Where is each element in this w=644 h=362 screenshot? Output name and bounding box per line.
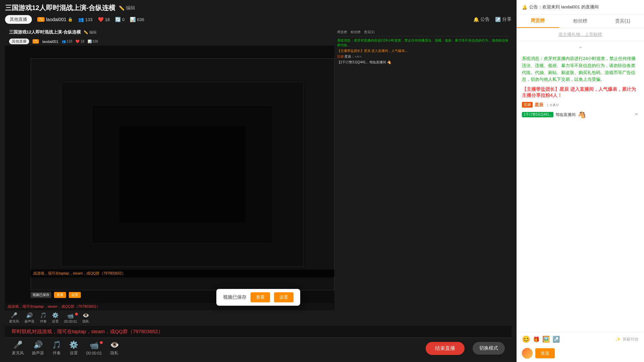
outer-ticker-text: 即时联机对战游戏，现可在taptap，steam，或QQ群（797803652）	[12, 328, 163, 334]
inner-fan-msg: 【主播带盐团长】星辰 进入直播间，人气爆表...	[337, 49, 509, 53]
inner-user-msg: 苏媚 星辰：○∧○	[337, 54, 509, 59]
inner-meta-likes: ❤️ 18	[75, 40, 84, 43]
nested-stream-level2	[61, 82, 304, 266]
collapse-button[interactable]: ⌄	[517, 41, 644, 51]
inner-stream-title: 三国游戏12人即时混战上演-合纵连横	[9, 29, 81, 35]
mic-button[interactable]: 🎤 麦克风	[12, 341, 24, 356]
announcement-icon: 🔔	[473, 17, 479, 22]
gift-text[interactable]: 送主播礼物，上贡献榜	[558, 32, 602, 38]
likes-value: 18	[105, 17, 110, 22]
nested-stream-level1	[31, 58, 334, 290]
save-popup-view-button[interactable]: 查看	[251, 292, 270, 302]
inner-record-label: 00:00:01	[64, 320, 77, 323]
right-sidebar: 🔔 公告：欢迎来到 laodai001 的直播间 周贡榜 粉丝榜 贵宾(1) 送…	[517, 0, 644, 362]
views-count: 📊 636	[130, 17, 144, 22]
avatar	[522, 348, 533, 359]
user-name-1: 星辰	[535, 102, 543, 108]
privacy-button[interactable]: 👁️ 隐私	[110, 341, 119, 356]
sidebar-bottom-row: 发送	[517, 346, 644, 362]
emoji-button[interactable]: 😊	[522, 335, 530, 343]
record-label: 00:00:01	[86, 351, 102, 356]
gift-message-1: 1千订赞3元Q441... 驾临直播间 🐴 ⚑	[522, 111, 639, 119]
inner-record-btn[interactable]: 📹 00:00:01	[64, 313, 77, 323]
title-bar: 三国游戏12人即时混战上演-合纵连横 ✏️ 编辑	[5, 3, 512, 12]
inner-privacy-btn[interactable]: 👁️ 隐私	[83, 312, 89, 324]
inner-speaker-btn[interactable]: 🔊 扬声器	[24, 312, 35, 324]
edit-button[interactable]: ✏️ 编辑	[119, 5, 135, 11]
system-message: 系统消息：虎牙对直播内容进行24小时巡查，禁止任何传播违法、违规、低俗、暴力等不…	[522, 55, 639, 83]
inner-stream: 三国游戏12人即时混战上演-合纵连横 ✏️ 编辑 其他直播 71 laodai0…	[5, 27, 512, 326]
switch-mode-button[interactable]: 切换模式	[473, 342, 505, 355]
edit-icon: ✏️	[119, 5, 124, 11]
inner-tab-fans[interactable]: 粉丝榜	[351, 30, 361, 35]
avatar-image	[522, 348, 533, 359]
inner-anchor-badge: 71	[33, 39, 39, 44]
inner-anchor-name: laodai001	[42, 40, 58, 44]
inner-speaker-icon: 🔊	[26, 312, 33, 318]
settings-button[interactable]: ⚙️ 设置	[69, 341, 78, 356]
inner-tab-guests[interactable]: 贵宾(1)	[364, 30, 375, 35]
gift-button[interactable]: 🎁	[533, 336, 540, 343]
music-icon: 🎵	[52, 341, 61, 349]
report-icon[interactable]: ⚑	[634, 112, 639, 117]
edit-label: 编辑	[126, 5, 135, 11]
horse-icon: 🐴	[578, 111, 586, 119]
tab-fans[interactable]: 粉丝榜	[559, 14, 602, 28]
send-button[interactable]: 发送	[535, 348, 555, 358]
gift-action-1: 驾临直播间	[555, 112, 576, 118]
speaker-button[interactable]: 🔊 扬声器	[32, 341, 44, 356]
inner-chat-tabs: 周贡榜 粉丝榜 贵宾(1)	[337, 30, 509, 36]
inner-body: 战游戏，现可在taptap，steam，或QQ群（797803652） 视频已保…	[5, 46, 512, 303]
outer-bottom-ticker: 即时联机对战游戏，现可在taptap，steam，或QQ群（797803652）	[5, 326, 512, 338]
sidebar-share-button[interactable]: ↗️	[552, 336, 560, 343]
tab-weekly[interactable]: 周贡榜	[517, 14, 559, 28]
fan-group-message: 【主播带盐团长】星辰 进入直播间，人气爆表，累计为主播分享拉粉4人！	[522, 86, 639, 99]
music-label: 伴奏	[53, 350, 61, 356]
bell-icon: 🔔	[522, 5, 527, 10]
shares-value: 0	[122, 17, 124, 22]
inner-gift-msg: 【1千订赞3元Q441... 驾临直播间 🐴	[337, 60, 509, 65]
privacy-label: 隐私	[110, 350, 118, 356]
end-live-button[interactable]: 结束直播	[426, 342, 465, 355]
sidebar-header: 🔔 公告：欢迎来到 laodai001 的直播间	[517, 0, 644, 14]
lock-icon: 🔒	[68, 17, 73, 22]
inner-settings-label: 设置	[52, 319, 59, 324]
speaker-icon: 🔊	[34, 341, 43, 349]
share-button[interactable]: ↗️ 分享	[495, 16, 512, 22]
inner-settings-ctrl-btn[interactable]: ⚙️ 设置	[52, 312, 59, 324]
inner-speaker-label: 扬声器	[24, 319, 35, 324]
image-button[interactable]: 🖼️	[542, 336, 550, 343]
inner-view-btn[interactable]: 查看	[54, 292, 66, 298]
mic-label: 麦克风	[12, 350, 24, 356]
save-popup-text: 视频已保存	[223, 294, 247, 300]
announcement-button[interactable]: 🔔 公告	[473, 16, 490, 22]
record-button[interactable]: 📹 00:00:01	[86, 341, 102, 356]
likes-icon: ❤️	[98, 17, 104, 22]
meta-bar: 其他直播 71 laodai001 🔒 👥 133 ❤️ 18 🔄 0 📊 63…	[5, 15, 512, 24]
inner-tab-weekly[interactable]: 周贡榜	[337, 30, 347, 35]
inner-privacy-icon: 👁️	[83, 312, 89, 318]
inner-mic-label: 麦克风	[9, 319, 19, 324]
announcement-bar: 🔔 公告：欢迎来到 laodai001 的直播间	[522, 4, 639, 10]
music-button[interactable]: 🎵 伴奏	[52, 341, 61, 356]
inner-music-btn[interactable]: 🎵 伴奏	[40, 312, 47, 324]
sidebar-tabs: 周贡榜 粉丝榜 贵宾(1)	[517, 14, 644, 28]
other-live-button[interactable]: 其他直播	[5, 15, 32, 24]
tab-guests[interactable]: 贵宾(1)	[601, 14, 644, 28]
inner-music-label: 伴奏	[40, 319, 47, 324]
anchor-level-badge: 71	[37, 17, 45, 22]
record-start-btn[interactable]: 视频已保存	[31, 292, 51, 298]
inner-chat-area: 周贡榜 粉丝榜 贵宾(1) 系统消息：虎牙对直播内容进行24小时巡查，禁止任何传…	[334, 27, 512, 326]
effects-area[interactable]: ✨ 屏蔽特效	[615, 337, 639, 342]
save-popup: 视频已保存 查看 设置	[216, 289, 300, 306]
inner-mic-btn[interactable]: 🎤 麦克风	[9, 312, 19, 324]
privacy-icon: 👁️	[110, 341, 119, 349]
announcement-label: 公告	[480, 16, 490, 22]
gift-badge-1: 1千订赞3元Q441...	[522, 112, 553, 117]
sidebar-input-area: 😊 🎁 🖼️ ↗️ ✨ 屏蔽特效	[517, 332, 644, 346]
speaker-label: 扬声器	[32, 350, 44, 356]
chat-content-1: ：○∧○	[545, 102, 559, 108]
save-popup-settings-button[interactable]: 设置	[274, 292, 293, 302]
inner-settings-btn[interactable]: 设置	[69, 292, 81, 298]
inner-record-icon: 📹	[67, 313, 74, 319]
